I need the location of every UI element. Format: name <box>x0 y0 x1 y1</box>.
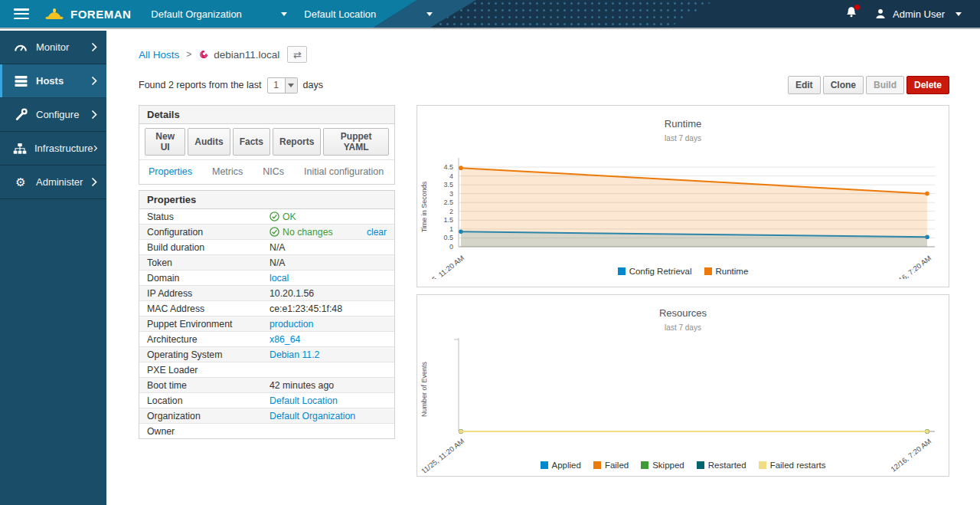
property-label: Domain <box>147 273 270 284</box>
notifications-button[interactable] <box>845 6 858 21</box>
svg-text:2: 2 <box>449 208 453 215</box>
hardhat-icon <box>44 6 64 21</box>
property-text: N/A <box>270 257 286 268</box>
sidebar-item-label: Infrastructure <box>34 143 93 154</box>
property-label: Token <box>147 257 270 268</box>
facts-button[interactable]: Facts <box>233 128 270 156</box>
property-link[interactable]: local <box>270 273 289 284</box>
chevron-down-icon <box>956 12 962 16</box>
delete-button[interactable]: Delete <box>906 76 949 94</box>
property-value: N/A <box>270 257 387 268</box>
legend-item[interactable]: Failed restarts <box>759 461 826 470</box>
property-text: N/A <box>270 242 286 253</box>
breadcrumb-all-hosts-link[interactable]: All Hosts <box>139 49 179 61</box>
legend-swatch <box>641 461 648 469</box>
property-text: ce:e1:23:45:1f:48 <box>270 303 342 314</box>
legend-item[interactable]: Config Retrieval <box>618 267 692 276</box>
clear-link[interactable]: clear <box>367 227 387 238</box>
puppet-yaml-button[interactable]: Puppet YAML <box>323 128 389 156</box>
sidebar-item-infrastructure[interactable]: Infrastructure <box>0 132 106 166</box>
property-label: Owner <box>147 426 270 437</box>
sidebar-item-label: Administer <box>36 176 91 188</box>
host-actions: Edit Clone Build Delete <box>788 76 949 94</box>
property-row: Puppet Environmentproduction <box>139 316 394 331</box>
legend-item[interactable]: Runtime <box>704 267 749 276</box>
property-link[interactable]: production <box>270 319 313 330</box>
sidebar-item-label: Configure <box>36 109 91 120</box>
location-selector[interactable]: Default Location <box>304 8 433 20</box>
audits-button[interactable]: Audits <box>188 128 230 156</box>
brand-text: FOREMAN <box>70 8 131 21</box>
days-select[interactable]: 1 <box>267 77 298 93</box>
resources-chart-panel: Resources last 7 days Number of Events11… <box>416 294 949 477</box>
resources-chart-title: Resources <box>417 307 949 319</box>
property-row: StatusOK <box>139 209 394 224</box>
sidebar-nav: MonitorHostsConfigureInfrastructure⚙Admi… <box>0 31 106 505</box>
host-switcher-button[interactable]: ⇄ <box>287 46 307 63</box>
property-value: 42 minutes ago <box>270 380 387 391</box>
property-label: PXE Loader <box>147 365 270 375</box>
svg-text:4.5: 4.5 <box>443 163 453 171</box>
runtime-chart-title: Runtime <box>417 118 949 130</box>
svg-text:1.5: 1.5 <box>443 216 453 224</box>
property-link[interactable]: x86_64 <box>270 334 300 345</box>
organization-selector-label: Default Organization <box>151 8 242 20</box>
reports-button[interactable]: Reports <box>273 128 321 156</box>
menu-toggle-icon[interactable] <box>14 8 29 19</box>
legend-swatch <box>697 461 704 469</box>
property-value: ce:e1:23:45:1f:48 <box>270 303 387 314</box>
sidebar-item-monitor[interactable]: Monitor <box>0 31 106 64</box>
wrench-icon <box>13 108 28 121</box>
sidebar-item-configure[interactable]: Configure <box>0 98 106 132</box>
resources-chart: Number of Events11/25, 11:20 AM12/16, 7:… <box>417 333 949 473</box>
tab-properties[interactable]: Properties <box>149 166 192 177</box>
main-content: All Hosts > debian11.local ⇄ Found 2 rep… <box>106 31 980 505</box>
property-value: OK <box>270 212 387 222</box>
report-summary-prefix: Found 2 reports from the last <box>139 80 262 90</box>
days-select-arrow <box>285 78 297 93</box>
report-summary-suffix: days <box>303 80 323 90</box>
legend-swatch <box>759 461 766 469</box>
resources-chart-legend: AppliedFailedSkippedRestartedFailed rest… <box>417 461 949 470</box>
build-button[interactable]: Build <box>866 76 904 94</box>
chevron-down-icon <box>426 12 433 16</box>
svg-text:2.5: 2.5 <box>443 198 453 206</box>
legend-swatch <box>618 267 626 275</box>
foreman-logo[interactable]: FOREMAN <box>44 6 131 21</box>
svg-text:1: 1 <box>449 225 453 233</box>
property-label: IP Address <box>147 288 270 299</box>
tab-nics[interactable]: NICs <box>263 166 284 177</box>
tab-metrics[interactable]: Metrics <box>212 166 243 177</box>
property-value: No changesclear <box>270 227 387 238</box>
sidebar-item-administer[interactable]: ⚙Administer <box>0 166 106 199</box>
legend-item[interactable]: Failed <box>593 461 629 470</box>
property-row: TokenN/A <box>139 254 394 270</box>
property-value: production <box>270 319 387 330</box>
property-link[interactable]: Default Organization <box>270 411 355 421</box>
property-row: MAC Addressce:e1:23:45:1f:48 <box>139 300 394 316</box>
svg-text:0: 0 <box>449 243 453 251</box>
properties-table-body: StatusOKConfigurationNo changesclearBuil… <box>139 209 394 438</box>
clone-button[interactable]: Clone <box>823 76 864 94</box>
status-text: OK <box>283 212 296 222</box>
user-menu[interactable]: Admin User <box>874 8 962 20</box>
property-row: Architecturex86_64 <box>139 331 394 346</box>
gear-icon: ⚙ <box>13 176 28 188</box>
legend-item[interactable]: Applied <box>541 461 581 470</box>
svg-text:0.5: 0.5 <box>443 234 453 241</box>
tab-initial-configuration[interactable]: Initial configuration <box>304 166 384 177</box>
organization-selector[interactable]: Default Organization <box>151 8 287 20</box>
property-text: 10.20.1.56 <box>270 288 314 299</box>
legend-item[interactable]: Restarted <box>697 461 746 470</box>
property-link[interactable]: Default Location <box>270 395 338 406</box>
property-value: Debian 11.2 <box>270 349 387 360</box>
details-panel-title: Details <box>139 106 394 124</box>
chevron-right-icon <box>91 42 97 52</box>
property-row: Owner <box>139 423 394 438</box>
legend-item[interactable]: Skipped <box>641 461 684 470</box>
edit-button[interactable]: Edit <box>788 76 821 94</box>
new-ui-button[interactable]: New UI <box>145 128 185 156</box>
sidebar-item-hosts[interactable]: Hosts <box>0 64 106 98</box>
property-label: Boot time <box>147 380 270 391</box>
property-link[interactable]: Debian 11.2 <box>270 349 319 360</box>
